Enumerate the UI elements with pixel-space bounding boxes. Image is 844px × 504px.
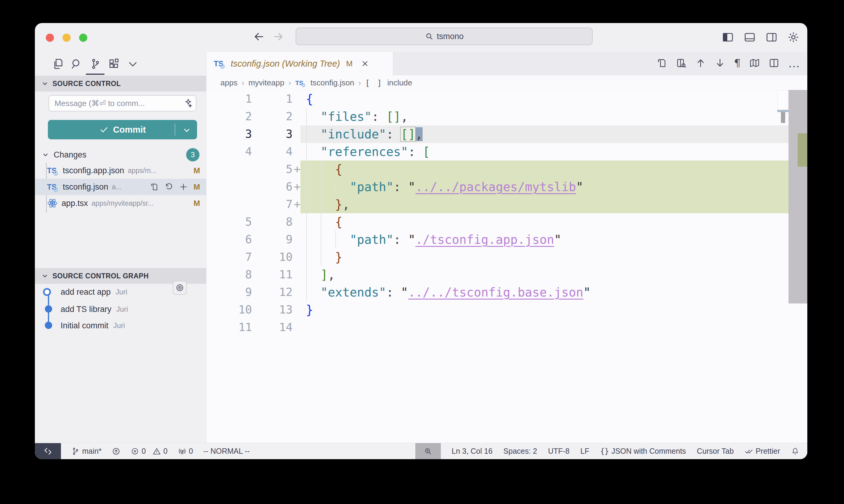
code-line[interactable]: 1013} <box>206 301 807 319</box>
vim-mode-indicator[interactable]: -- NORMAL -- <box>203 443 250 459</box>
chevron-down-icon <box>41 272 49 280</box>
target-icon <box>175 283 184 292</box>
eol-indicator[interactable]: LF <box>581 443 589 459</box>
overview-ruler-viewport-box <box>777 90 788 110</box>
react-file-icon <box>47 198 58 209</box>
commit-message-input[interactable] <box>49 95 196 111</box>
tab-mode-text: Cursor Tab <box>697 447 734 455</box>
tab-tsconfig-working-tree[interactable]: TS⚙ tsconfig.json (Working Tree) M <box>206 52 393 75</box>
inline-view-search-icon[interactable] <box>676 57 687 69</box>
back-arrow-icon[interactable] <box>253 30 265 43</box>
stage-changes-plus-icon[interactable] <box>179 182 188 192</box>
commit-author: Juri <box>114 321 125 330</box>
editor-group: TS⚙ tsconfig.json (Working Tree) M ¶ … a… <box>206 52 807 443</box>
modified-badge: M <box>193 182 200 192</box>
open-file-icon[interactable] <box>150 182 159 192</box>
code-line[interactable]: 710 } <box>206 248 807 266</box>
map-icon[interactable] <box>749 57 760 69</box>
errors-icon <box>131 447 139 455</box>
code-editor[interactable]: 11{22 "files": [],33 "include": [],44 "r… <box>206 90 807 443</box>
commit-author: Juri <box>116 288 127 296</box>
explorer-icon[interactable] <box>51 55 64 73</box>
code-line[interactable]: 811 ], <box>206 266 807 284</box>
indentation-indicator[interactable]: Spaces: 2 <box>503 443 537 459</box>
breadcrumb-item-tsconfig[interactable]: tsconfig.json <box>310 78 355 88</box>
toggle-whitespace-pilcrow-icon[interactable]: ¶ <box>734 57 741 69</box>
language-mode-indicator[interactable]: {} JSON with Comments <box>600 443 686 459</box>
bell-icon <box>791 447 799 455</box>
generate-commit-message-sparkle-icon[interactable] <box>182 98 192 108</box>
editor-scrollbar[interactable] <box>789 90 807 304</box>
activity-bar <box>35 52 206 76</box>
previous-change-arrow-up-icon[interactable] <box>695 57 706 69</box>
more-actions-icon[interactable]: … <box>788 60 800 66</box>
problems-indicator[interactable]: 0 0 <box>131 443 168 459</box>
commit-message: add react app <box>61 287 111 297</box>
code-line[interactable]: 33 "include": [], <box>206 125 807 143</box>
code-line[interactable]: 6+ "path": "../../packages/mytslib" <box>206 178 807 196</box>
search-view-icon[interactable] <box>70 55 83 73</box>
open-file-icon[interactable] <box>656 57 667 69</box>
code-line[interactable]: 11{ <box>206 90 807 108</box>
encoding-text: UTF-8 <box>548 447 570 455</box>
branch-indicator[interactable]: main* <box>71 443 102 459</box>
code-line[interactable]: 22 "files": [], <box>206 108 807 125</box>
code-line[interactable]: 7+ }, <box>206 196 807 213</box>
code-line[interactable]: 69 "path": "./tsconfig.app.json" <box>206 231 807 248</box>
code-line[interactable]: 1114 <box>206 319 807 336</box>
zoom-window-button[interactable] <box>79 34 87 42</box>
command-center-search[interactable]: tsmono <box>296 28 593 45</box>
ports-indicator[interactable]: 0 <box>178 443 193 459</box>
toggle-primary-sidebar-icon[interactable] <box>722 31 734 43</box>
source-control-section-header[interactable]: SOURCE CONTROL <box>35 76 206 91</box>
error-count: 0 <box>142 447 146 455</box>
commit-button-divider <box>175 124 175 136</box>
language-text: JSON with Comments <box>612 447 686 455</box>
close-tab-icon[interactable] <box>360 59 369 68</box>
source-control-view-icon[interactable] <box>88 55 102 73</box>
code-lines: 11{22 "files": [],33 "include": [],44 "r… <box>206 90 807 336</box>
checkout-target-button[interactable] <box>173 281 187 295</box>
chevron-down-icon <box>41 151 49 159</box>
settings-gear-icon[interactable] <box>787 31 799 43</box>
changed-file-row[interactable]: TS⚙ tsconfig.app.json apps/m... M <box>35 162 206 179</box>
breadcrumb-separator: › <box>242 79 244 87</box>
indent-guide <box>306 108 307 301</box>
code-line[interactable]: 58 { <box>206 213 807 231</box>
breadcrumb-item-myviteapp[interactable]: myviteapp <box>248 78 285 88</box>
commit-row[interactable]: Initial commit Juri <box>35 318 206 334</box>
changes-section-header[interactable]: Changes 3 <box>35 148 206 162</box>
remote-indicator[interactable] <box>35 443 61 459</box>
toggle-secondary-sidebar-icon[interactable] <box>765 31 778 43</box>
commit-options-chevron-icon[interactable] <box>182 125 192 135</box>
commit-row[interactable]: add TS library Juri <box>35 301 206 318</box>
next-change-arrow-down-icon[interactable] <box>714 57 725 69</box>
tab-completion-indicator[interactable]: Cursor Tab <box>697 443 734 459</box>
commit-button[interactable]: Commit <box>48 120 197 139</box>
changed-file-row[interactable]: app.tsx apps/myviteapp/sr... M <box>35 195 206 211</box>
overview-ruler-selection-marker <box>781 112 785 123</box>
code-line[interactable]: 912 "extends": "../../tsconfig.base.json… <box>206 284 807 301</box>
discard-changes-icon[interactable] <box>164 182 173 192</box>
extensions-view-icon[interactable] <box>107 55 121 73</box>
breadcrumb-item-apps[interactable]: apps <box>220 78 237 88</box>
notifications-indicator[interactable] <box>791 443 799 459</box>
encoding-indicator[interactable]: UTF-8 <box>548 443 570 459</box>
changes-count-badge: 3 <box>186 148 200 161</box>
screencast-zoom-indicator[interactable] <box>415 443 441 459</box>
git-branch-icon <box>71 447 80 455</box>
publish-changes[interactable] <box>112 443 120 459</box>
code-line[interactable]: 5+ { <box>206 161 807 178</box>
code-line[interactable]: 44 "references": [ <box>206 143 807 161</box>
source-control-title: SOURCE CONTROL <box>52 80 121 88</box>
formatter-indicator[interactable]: Prettier <box>744 443 780 459</box>
split-editor-icon[interactable] <box>769 57 779 69</box>
toggle-panel-icon[interactable] <box>744 31 756 43</box>
forward-arrow-icon[interactable] <box>272 30 285 43</box>
close-window-button[interactable] <box>46 34 54 42</box>
cursor-position-indicator[interactable]: Ln 3, Col 16 <box>452 443 493 459</box>
minimize-window-button[interactable] <box>63 34 71 42</box>
breadcrumb-item-include[interactable]: include <box>387 78 412 88</box>
more-views-chevron-icon[interactable] <box>126 55 139 73</box>
changed-file-row-selected[interactable]: TS⚙ tsconfig.json a... M <box>35 179 206 195</box>
